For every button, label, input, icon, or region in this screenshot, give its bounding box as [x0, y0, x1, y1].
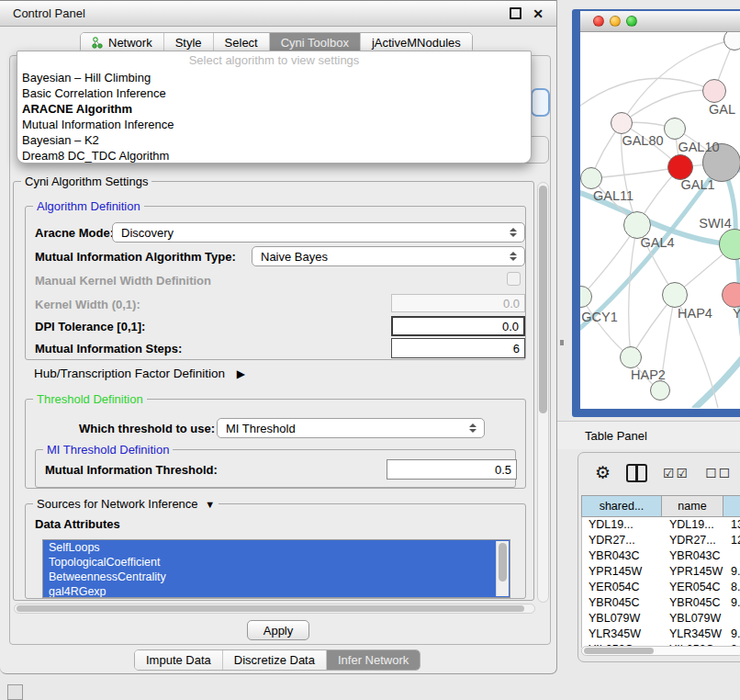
algorithm-option[interactable]: Dream8 DC_TDC Algorithm	[17, 148, 531, 164]
collapse-arrow-icon: ▼	[205, 499, 215, 510]
mi-threshold-definition-group: MI Threshold Definition Mutual Informati…	[35, 449, 516, 488]
algorithm-option[interactable]: Basic Correlation Inference	[17, 85, 531, 101]
table-row[interactable]: YDL19... YDL19... 13	[582, 517, 740, 533]
table-row[interactable]: YER054C YER054C 8.	[582, 580, 740, 595]
algorithm-option-selected[interactable]: ARACNE Algorithm	[17, 101, 531, 117]
scrollbar-thumb[interactable]	[17, 605, 524, 612]
float-panel-icon[interactable]	[510, 7, 521, 19]
tab-jactivemnodules[interactable]: jActiveMNodules	[360, 33, 472, 52]
close-panel-icon[interactable]: ✕	[533, 7, 544, 20]
mi-type-combobox[interactable]: Naive Bayes	[252, 246, 525, 266]
cyni-algorithm-settings-title: Cyni Algorithm Settings	[21, 175, 151, 188]
tab-impute-data[interactable]: Impute Data	[135, 650, 222, 670]
table-horizontal-scrollbar[interactable]	[581, 646, 740, 656]
select-all-columns-icon[interactable]: ☑☑	[663, 466, 690, 480]
node-label-gal10: GAL10	[670, 140, 727, 154]
which-threshold-combobox[interactable]: MI Threshold	[217, 418, 485, 438]
algorithm-dropdown-placeholder: Select algorithm to view settings	[17, 51, 531, 70]
network-node-hap2[interactable]	[620, 346, 642, 368]
algorithm-dropdown-popup: Select algorithm to view settings Bayesi…	[17, 51, 532, 164]
settings-horizontal-scrollbar[interactable]	[14, 604, 535, 614]
kernel-width-label: Kernel Width (0,1):	[35, 298, 140, 311]
cell: YPR145W	[663, 564, 724, 580]
network-node-y-truncated[interactable]	[722, 282, 740, 308]
attribute-item[interactable]: SelfLoops	[43, 540, 510, 555]
table-panel-header: Table Panel	[557, 421, 740, 449]
table-row[interactable]: YDR27... YDR27... 12	[582, 533, 740, 548]
settings-vertical-scrollbar[interactable]	[537, 182, 549, 603]
node-label-gal11: GAL11	[585, 188, 642, 203]
cell: YDR27...	[663, 533, 724, 548]
tab-select-label: Select	[225, 36, 258, 50]
mi-steps-field[interactable]	[391, 338, 525, 358]
close-window-icon[interactable]	[593, 16, 604, 27]
manual-kernel-label: Manual Kernel Width Definition	[35, 274, 211, 288]
network-node-hap4[interactable]	[662, 282, 688, 308]
algorithm-option[interactable]: Bayesian – K2	[17, 132, 531, 148]
table-row[interactable]: YBR045C YBR045C 9.	[582, 595, 740, 611]
node-label-y-truncated: Y	[733, 306, 740, 321]
network-node-gal80[interactable]	[611, 112, 633, 134]
table-row[interactable]: YPR145W YPR145W 9.	[582, 564, 740, 580]
tab-network[interactable]: Network	[81, 33, 163, 52]
control-panel-window: Control Panel ✕ Network Style Select	[0, 0, 557, 674]
node-label-gcy1: GCY1	[580, 310, 628, 324]
aracne-mode-combobox[interactable]: Discovery	[112, 222, 525, 243]
zoom-window-icon[interactable]	[626, 16, 637, 27]
network-node-gal11[interactable]	[580, 167, 602, 189]
window-grip[interactable]	[7, 684, 23, 700]
panel-splitter-grip[interactable]	[560, 340, 564, 345]
node-label-hap4: HAP4	[667, 306, 723, 321]
cyni-mode-tabbar: Impute Data Discretize Data Infer Networ…	[134, 649, 420, 671]
table-settings-gear-icon[interactable]: ⚙	[595, 464, 611, 482]
cell: 12	[724, 533, 740, 548]
attribute-item[interactable]: TopologicalCoefficient	[43, 555, 510, 570]
sources-group-title[interactable]: Sources for Network Inference ▼	[33, 497, 219, 511]
algorithm-option[interactable]: Bayesian – Hill Climbing	[17, 70, 531, 85]
attribute-item[interactable]: BetweennessCentrality	[43, 570, 510, 584]
network-canvas[interactable]: GAL GAL80 GAL10 GAL1 GAL11 SWI4 GAL4 GCY…	[580, 32, 740, 408]
expand-arrow-icon: ▶	[237, 367, 245, 380]
kernel-width-field[interactable]	[391, 294, 525, 312]
node-label-swi4: SWI4	[687, 216, 740, 231]
data-attributes-list[interactable]: SelfLoops TopologicalCoefficient Between…	[42, 539, 510, 598]
combo-arrows-icon	[510, 228, 517, 237]
tab-cyni-toolbox[interactable]: Cyni Toolbox	[269, 33, 360, 52]
hub-section-toggle[interactable]: Hub/Transcription Factor Definition ▶	[34, 367, 245, 380]
mi-threshold-label: Mutual Information Threshold:	[45, 463, 218, 477]
tab-select[interactable]: Select	[213, 33, 269, 52]
table-body[interactable]: YDL19... YDL19... 13 YDR27... YDR27... 1…	[581, 517, 740, 648]
minimize-window-icon[interactable]	[610, 16, 621, 27]
network-icon	[92, 37, 104, 49]
tab-infer-network-label: Infer Network	[338, 653, 409, 667]
column-header-name[interactable]: name	[662, 495, 723, 517]
network-node-gal1[interactable]	[667, 154, 693, 180]
data-attributes-label: Data Attributes	[35, 517, 120, 531]
attribute-item[interactable]: gal4RGexp	[43, 584, 510, 598]
column-header-truncated[interactable]	[723, 495, 740, 517]
mi-threshold-field[interactable]	[387, 459, 517, 480]
split-columns-icon[interactable]	[626, 464, 647, 482]
table-row[interactable]: YBR043C YBR043C	[582, 548, 740, 564]
tab-infer-network[interactable]: Infer Network	[326, 650, 420, 670]
manual-kernel-checkbox[interactable]	[507, 272, 521, 286]
scrollbar-thumb[interactable]	[539, 186, 547, 413]
dpi-tolerance-field[interactable]	[391, 316, 525, 336]
deselect-all-columns-icon[interactable]: ☐☐	[705, 466, 732, 480]
tab-style[interactable]: Style	[163, 33, 213, 52]
column-header-shared-name[interactable]: shared...	[581, 495, 662, 517]
network-node-gal-truncated[interactable]	[702, 79, 726, 103]
scrollbar-thumb[interactable]	[584, 648, 654, 654]
cell: YBR045C	[663, 595, 724, 611]
cell: YBL079W	[663, 611, 724, 627]
algorithm-option[interactable]: Mutual Information Inference	[17, 117, 531, 132]
network-node[interactable]	[650, 380, 670, 401]
table-row[interactable]: YBL079W YBL079W	[582, 611, 740, 627]
table-row[interactable]: YLR345W YLR345W 9.	[582, 627, 740, 642]
cell: 9.	[724, 564, 740, 580]
apply-button[interactable]: Apply	[247, 620, 309, 640]
threshold-definition-group: Threshold Definition Which threshold to …	[25, 399, 526, 489]
tab-discretize-data[interactable]: Discretize Data	[222, 650, 326, 670]
cell: YPR145W	[582, 564, 663, 580]
attribute-list-scrollbar[interactable]	[496, 541, 509, 596]
